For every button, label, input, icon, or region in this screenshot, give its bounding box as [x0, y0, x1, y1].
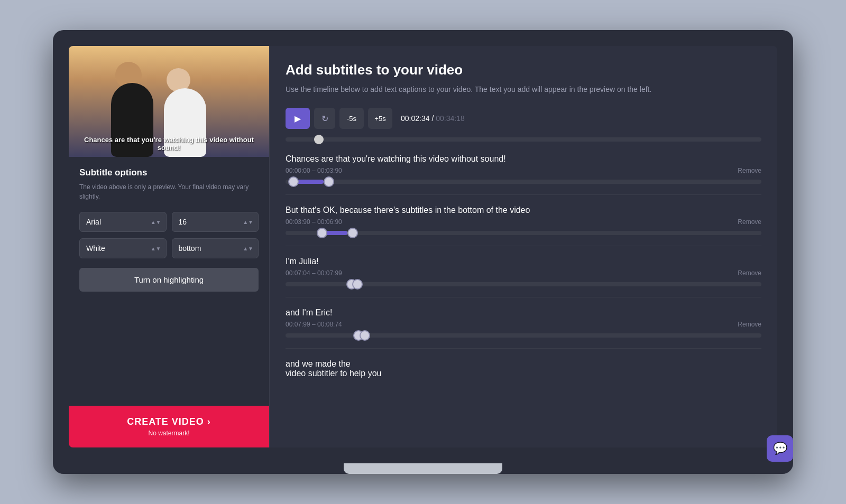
- position-select[interactable]: bottom top center: [172, 238, 259, 258]
- caption-item-1: Chances are that you're watching this vi…: [286, 154, 761, 195]
- caption-item-5: and we made thevideo subtitler to help y…: [286, 359, 761, 392]
- caption-item-3: I'm Julia! 00:07:04 – 00:07:99 Remove: [286, 257, 761, 297]
- caption-time-4: 00:07:99 – 00:08:74: [286, 321, 342, 328]
- font-size-select[interactable]: 12 14 16 18 20: [172, 212, 259, 232]
- position-select-wrapper: bottom top center ▲▼: [172, 238, 259, 258]
- caption-text-1: Chances are that you're watching this vi…: [286, 154, 761, 164]
- caption-slider-2[interactable]: [286, 231, 761, 235]
- caption-remove-3[interactable]: Remove: [738, 269, 761, 277]
- video-caption-overlay: Chances are that you're watching this vi…: [69, 136, 269, 152]
- caption-time-1: 00:00:00 – 00:03:90: [286, 167, 342, 174]
- video-preview: Chances are that you're watching this vi…: [69, 46, 269, 157]
- caption-slider-1[interactable]: [286, 180, 761, 184]
- caption-time-row-2: 00:03:90 – 00:06:90 Remove: [286, 218, 761, 226]
- replay-button[interactable]: ↻: [314, 108, 335, 129]
- caption-slider-handle-right-3[interactable]: [352, 279, 363, 290]
- caption-item-4: and I'm Eric! 00:07:99 – 00:08:74 Remove: [286, 308, 761, 349]
- caption-text-2: But that's OK, because there's subtitles…: [286, 206, 761, 215]
- time-display: 00:02:34 / 00:34:18: [401, 114, 465, 123]
- play-button[interactable]: ▶: [286, 108, 310, 129]
- caption-slider-4[interactable]: [286, 333, 761, 338]
- caption-slider-handle-left-2[interactable]: [317, 228, 327, 238]
- create-video-label: CREATE VIDEO ›: [79, 416, 259, 427]
- caption-time-row-3: 00:07:04 – 00:07:99 Remove: [286, 269, 761, 277]
- current-time: 00:02:34: [401, 114, 430, 123]
- progress-thumb[interactable]: [314, 135, 324, 144]
- caption-text-4: and I'm Eric!: [286, 308, 761, 318]
- caption-time-3: 00:07:04 – 00:07:99: [286, 269, 342, 277]
- page-title: Add subtitles to your video: [286, 62, 761, 78]
- time-separator: /: [431, 114, 436, 123]
- caption-slider-handle-right-4[interactable]: [360, 330, 370, 341]
- captions-list: Chances are that you're watching this vi…: [286, 154, 761, 392]
- caption-remove-4[interactable]: Remove: [738, 321, 761, 328]
- caption-remove-1[interactable]: Remove: [738, 167, 761, 174]
- subtitle-options-panel: Subtitle options The video above is only…: [69, 157, 269, 406]
- caption-time-2: 00:03:90 – 00:06:90: [286, 218, 342, 226]
- font-select-wrapper: Arial Georgia Helvetica Times New Roman …: [79, 212, 167, 232]
- subtitle-options-title: Subtitle options: [79, 167, 259, 178]
- caption-slider-handle-left-1[interactable]: [288, 176, 299, 187]
- subtitle-options-desc: The video above is only a preview. Your …: [79, 182, 259, 201]
- right-panel: Add subtitles to your video Use the time…: [270, 46, 777, 447]
- skip-forward-button[interactable]: +5s: [368, 108, 392, 129]
- color-select-wrapper: White Yellow Green Red ▲▼: [79, 238, 167, 258]
- caption-slider-3[interactable]: [286, 282, 761, 286]
- left-panel: Chances are that you're watching this vi…: [69, 46, 270, 447]
- caption-time-row-1: 00:00:00 – 00:03:90 Remove: [286, 167, 761, 174]
- page-description: Use the timeline below to add text capti…: [286, 83, 761, 95]
- color-position-row: White Yellow Green Red ▲▼ bottom top cen…: [79, 238, 259, 258]
- chat-button[interactable]: 💬: [767, 435, 793, 462]
- create-video-sub: No watermark!: [79, 430, 259, 437]
- create-video-button[interactable]: CREATE VIDEO › No watermark!: [69, 406, 269, 447]
- skip-back-button[interactable]: -5s: [339, 108, 364, 129]
- laptop-base: [344, 463, 502, 474]
- caption-slider-handle-right-2[interactable]: [347, 228, 358, 238]
- font-select[interactable]: Arial Georgia Helvetica Times New Roman: [79, 212, 167, 232]
- caption-text-5: and we made thevideo subtitler to help y…: [286, 359, 761, 378]
- caption-remove-2[interactable]: Remove: [738, 218, 761, 226]
- color-select[interactable]: White Yellow Green Red: [79, 238, 167, 258]
- playback-controls: ▶ ↻ -5s +5s 00:02:34 / 00:34:18: [286, 108, 761, 129]
- size-select-wrapper: 12 14 16 18 20 ▲▼: [172, 212, 259, 232]
- caption-slider-handle-right-1[interactable]: [324, 176, 334, 187]
- caption-time-row-4: 00:07:99 – 00:08:74 Remove: [286, 321, 761, 328]
- highlight-button[interactable]: Turn on highlighting: [79, 268, 259, 292]
- caption-item-2: But that's OK, because there's subtitles…: [286, 206, 761, 246]
- total-time: 00:34:18: [436, 114, 465, 123]
- font-size-row: Arial Georgia Helvetica Times New Roman …: [79, 212, 259, 232]
- caption-text-3: I'm Julia!: [286, 257, 761, 266]
- main-progress-bar[interactable]: [286, 137, 761, 142]
